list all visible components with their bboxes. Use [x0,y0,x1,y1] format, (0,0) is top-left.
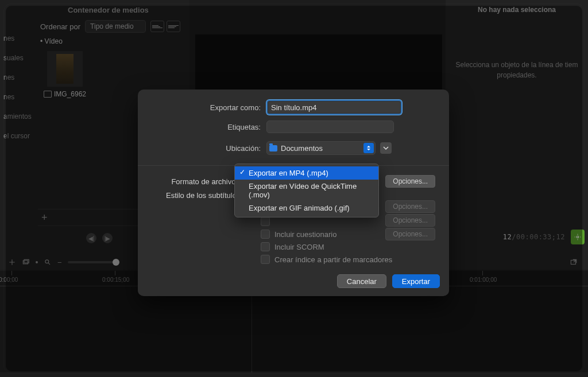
scorm-label: Incluir SCORM [274,243,324,251]
file-format-dropdown[interactable]: Exportar en MP4 (.mp4) Exportar en Vídeo… [234,164,379,217]
tags-input[interactable] [266,121,394,133]
expand-save-panel-button[interactable] [380,142,392,154]
format-options-button[interactable]: Opciones... [385,175,435,188]
cancel-button[interactable]: Cancelar [337,274,386,288]
format-option-gif[interactable]: Exportar en GIF animado (.gif) [235,201,378,215]
index-label: Crear índice a partir de marcadores [274,255,392,264]
scorm-checkbox[interactable] [261,242,270,251]
location-label: Ubicación: [152,144,266,153]
quiz-options-button[interactable]: Opciones... [385,214,435,227]
format-option-mov[interactable]: Exportar en Vídeo de QuickTime (.mov) [235,180,378,201]
quiz-label: Incluir cuestionario [274,230,336,239]
filename-input[interactable] [266,100,402,115]
export-as-label: Exportar como: [152,103,266,112]
quiz-checkbox[interactable] [261,217,270,226]
location-popup[interactable]: Documentos [266,141,376,155]
subtitle-style-label: Estilo de los subtítulos: [152,191,248,200]
stepper-icon [363,143,374,153]
subtitle-options-button[interactable]: Opciones... [385,200,435,213]
folder-icon [269,145,277,151]
tags-label: Etiquetas: [152,123,266,131]
quiz-checkbox-label [274,217,277,226]
file-format-label: Formato de archivo: [152,177,243,186]
export-dialog: Exportar como: Etiquetas: Ubicación: Doc… [138,90,449,296]
export-button[interactable]: Exportar [392,274,440,288]
scorm-options-button[interactable]: Opciones... [385,228,435,240]
index-checkbox[interactable] [261,255,270,264]
format-option-mp4[interactable]: Exportar en MP4 (.mp4) [235,166,378,180]
quiz-checkbox[interactable] [261,230,270,239]
